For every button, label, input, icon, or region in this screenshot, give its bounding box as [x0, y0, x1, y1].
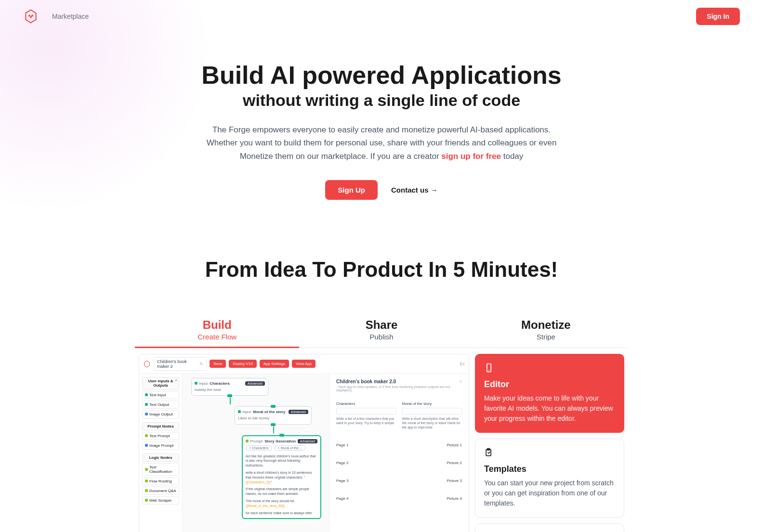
mock-side-item: Text Prompt	[142, 432, 179, 440]
mock-side-group: Logic Nodes Text Classification Flow Rou…	[142, 454, 179, 505]
mock-side-item: Web Scraper	[142, 496, 179, 505]
mock-page-row: Page 2Picture 2	[336, 461, 462, 465]
tab-build[interactable]: Build Create Flow	[135, 312, 299, 348]
edit-icon: ✎	[199, 362, 203, 366]
mock-pill: + Moral of the ...	[275, 445, 306, 451]
feature-title: Templates	[484, 464, 615, 474]
logo-icon[interactable]	[23, 9, 39, 24]
mock-preview-input	[402, 408, 462, 415]
mock-sidebar: User inputs & Outputs × Text Input Text …	[139, 374, 183, 532]
mock-save-button: Save	[210, 360, 226, 368]
mock-preview-help: Write a list of a few characters that yo…	[336, 416, 396, 425]
mock-preview-subtitle: - Save app to view updates, or if first …	[336, 385, 462, 392]
tabs: Build Create Flow Share Publish Monetize…	[135, 312, 628, 348]
mock-side-item: Text Output	[142, 401, 179, 409]
feature-card-editor[interactable]: Editor Make your ideas come to life with…	[475, 354, 624, 433]
mock-page-row: Page 3Picture 3	[336, 479, 462, 483]
mock-side-item: Text Classification	[142, 463, 179, 476]
tab-title: Build	[135, 318, 299, 332]
tab-subtitle: Stripe	[464, 333, 628, 341]
tab-share[interactable]: Share Publish	[299, 312, 463, 348]
feature-desc: Make your ideas come to life with your f…	[484, 393, 615, 424]
signup-inline-link[interactable]: sign up for free	[441, 152, 501, 161]
tab-subtitle: Publish	[299, 333, 463, 341]
mock-side-item: Text Input	[142, 391, 179, 399]
mock-view-button: View App	[292, 360, 316, 368]
mock-page-row: Page 1Picture 1	[336, 443, 462, 447]
mock-toolbar: Children's book maker 2 ✎ Save Deploy V1…	[139, 354, 469, 374]
mock-body: User inputs & Outputs × Text Input Text …	[139, 374, 469, 532]
signin-button[interactable]: Sign In	[696, 8, 740, 25]
mock-logo-icon	[143, 360, 151, 368]
app-screenshot: Children's book maker 2 ✎ Save Deploy V1…	[139, 354, 469, 532]
mock-side-item: Document Q&A	[142, 487, 179, 495]
content-area: Children's book maker 2 ✎ Save Deploy V1…	[135, 354, 628, 532]
signup-button[interactable]: Sign Up	[325, 180, 378, 200]
mock-side-item: Image Prompt	[142, 441, 179, 450]
mock-node-prompt: Prompt: Story Generation Advanced + Char…	[242, 435, 321, 519]
tab-title: Monetize	[464, 318, 628, 332]
site-header: Marketplace Sign In	[0, 0, 763, 33]
clipboard-icon	[484, 448, 494, 457]
feature-card-versioning[interactable]: Versioning	[475, 523, 624, 532]
phone-icon	[484, 363, 494, 373]
mock-side-group: Prompt Nodes Text Prompt Image Prompt	[142, 422, 179, 450]
close-icon: ×	[459, 379, 462, 384]
mock-prompt-text: Act like the greatest children's book au…	[246, 454, 317, 516]
mock-side-group: User inputs & Outputs × Text Input Text …	[142, 377, 179, 418]
feature-title: Editor	[484, 379, 615, 389]
nav-marketplace[interactable]: Marketplace	[52, 13, 89, 20]
contact-link[interactable]: Contact us →	[391, 186, 438, 194]
feature-card-templates[interactable]: Templates You can start your new project…	[475, 439, 624, 518]
feature-cards: Editor Make your ideas come to life with…	[475, 354, 624, 532]
hero-ctas: Sign Up Contact us →	[23, 180, 740, 200]
mock-settings-button: App Settings	[260, 360, 289, 368]
mock-deploy-button: Deploy V10	[229, 360, 256, 368]
mock-canvas: Input: Characters Advanced bubbly the be…	[183, 374, 329, 532]
tab-monetize[interactable]: Monetize Stripe	[464, 312, 628, 348]
mock-preview-input	[336, 408, 396, 415]
mock-preview-label: Characters	[336, 402, 396, 406]
mock-preview-label: Moral of the story	[402, 402, 462, 406]
hero-section: Build AI powered Applications without wr…	[0, 33, 763, 219]
mock-side-header: User inputs & Outputs ×	[142, 377, 179, 389]
mock-preview-panel: Children's book maker 2.0 × - Save app t…	[329, 374, 469, 532]
mock-side-header: Prompt Nodes	[142, 422, 179, 430]
mock-preview-title: Children's book maker 2.0 ×	[336, 379, 462, 384]
mock-page-row: Page 4Picture 4	[336, 496, 462, 501]
tab-title: Share	[299, 318, 463, 332]
mock-preview-help: Write a short description that will driv…	[402, 416, 462, 429]
mock-node-input: Input: Moral of the story Advanced Likes…	[235, 406, 312, 424]
mock-toolbar-right: Ec	[460, 362, 465, 366]
hero-desc-after: today	[501, 152, 523, 161]
mock-node-input: Input: Characters Advanced bubbly the be…	[191, 378, 268, 396]
mock-side-item: Flow Routing	[142, 477, 179, 485]
hero-title: Build AI powered Applications	[23, 62, 740, 89]
tab-subtitle: Create Flow	[135, 333, 299, 341]
section-title: From Idea To Product In 5 Minutes!	[0, 258, 763, 282]
mock-preview-row: Characters Write a list of a few charact…	[336, 402, 462, 429]
mock-side-item: Image Output	[142, 410, 179, 418]
mock-side-header: Logic Nodes	[142, 454, 179, 462]
hero-subtitle: without writing a single line of code	[23, 91, 740, 110]
mock-app-title: Children's book maker 2	[157, 359, 199, 369]
header-left: Marketplace	[23, 9, 89, 24]
close-icon: ×	[175, 378, 177, 382]
feature-desc: You can start your new project from scra…	[484, 478, 615, 508]
mock-pill: + Characters	[246, 445, 272, 451]
hero-description: The Forge empowers everyone to easily cr…	[198, 123, 565, 163]
mock-app-title-input: Children's book maker 2 ✎	[154, 357, 207, 371]
